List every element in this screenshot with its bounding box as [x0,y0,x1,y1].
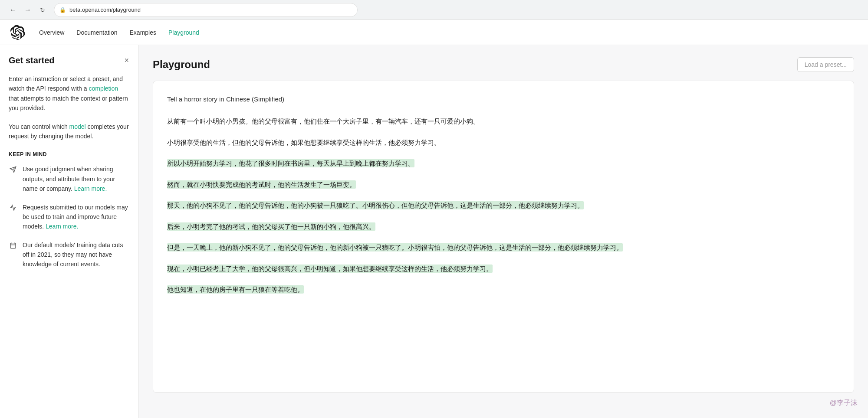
reload-button[interactable]: ↻ [36,4,49,16]
back-button[interactable]: ← [7,4,19,16]
paragraph-7: 现在，小明已经考上了大学，他的父母很高兴，但小明知道，如果他想要继续享受这样的生… [167,263,840,275]
browser-nav-buttons: ← → ↻ [7,4,49,16]
paragraph-5: 后来，小明考完了他的考试，他的父母买了他一只新的小狗，他很高兴。 [167,221,840,233]
nav-overview[interactable]: Overview [39,29,64,36]
keep-in-mind-list: Use good judgment when sharing outputs, … [9,164,130,269]
sidebar: Get started × Enter an instruction or se… [0,45,139,418]
content-header: Playground Load a preset... [139,45,868,81]
content-title: Playground [153,59,210,71]
main-content: Playground Load a preset... Tell a horro… [139,45,868,418]
keep-in-mind-item-1: Use good judgment when sharing outputs, … [9,164,130,193]
svg-rect-2 [10,243,16,248]
keep-in-mind-title: KEEP IN MIND [9,151,130,157]
text-box[interactable]: Tell a horror story in Chinese (Simplifi… [153,81,854,393]
paragraph-1: 小明很享受他的生活，但他的父母告诉他，如果他想要继续享受这样的生活，他必须努力学… [167,137,840,149]
playground-area[interactable]: Tell a horror story in Chinese (Simplifi… [139,81,868,418]
paragraph-8: 他也知道，在他的房子里有一只狼在等着吃他。 [167,284,840,296]
keep-in-mind-item-3: Our default models' training data cuts o… [9,240,130,269]
item-text-3: Our default models' training data cuts o… [23,240,130,269]
lock-icon: 🔒 [59,7,66,13]
paragraph-0: 从前有一个叫小明的小男孩。他的父母很富有，他们住在一个大房子里，有一辆汽车，还有… [167,115,840,128]
nav-documentation[interactable]: Documentation [76,29,117,36]
nav-links: Overview Documentation Examples Playgrou… [39,29,199,36]
nav-examples[interactable]: Examples [130,29,156,36]
keep-in-mind-item-2: Requests submitted to our models may be … [9,202,130,232]
forward-button[interactable]: → [22,4,34,16]
load-preset-button[interactable]: Load a preset... [797,57,854,72]
chart-icon [9,203,17,212]
address-bar[interactable]: 🔒 beta.openai.com/playground [54,3,358,17]
intro-text-after: that attempts to match the context or pa… [9,95,128,111]
paragraph-4: 那天，他的小狗不见了，他的父母告诉他，他的小狗被一只狼吃了。小明很伤心，但他的父… [167,199,840,212]
sidebar-model-text: You can control which model completes yo… [9,122,130,141]
item-text-2: Requests submitted to our models may be … [23,202,130,232]
calendar-icon [9,241,17,250]
item-text-1: Use good judgment when sharing outputs, … [23,164,130,193]
main-layout: Get started × Enter an instruction or se… [0,45,868,418]
openai-logo [10,25,25,40]
learn-more-link-1[interactable]: Learn more. [74,185,107,192]
completion-link[interactable]: completion [89,85,118,92]
model-text-before: You can control which [9,123,69,130]
model-link[interactable]: model [69,123,86,130]
close-button[interactable]: × [123,56,130,65]
nav-playground[interactable]: Playground [168,29,199,36]
paragraph-3: 然而，就在小明快要完成他的考试时，他的生活发生了一场巨变。 [167,179,840,191]
url-text: beta.openai.com/playground [69,7,141,13]
sidebar-header: Get started × [9,56,130,65]
prompt-line: Tell a horror story in Chinese (Simplifi… [167,93,840,105]
learn-more-link-2[interactable]: Learn more. [46,223,78,230]
paragraph-6: 但是，一天晚上，他的新小狗不见了，他的父母告诉他，他的新小狗被一只狼吃了。小明很… [167,242,840,254]
sidebar-intro: Enter an instruction or select a preset,… [9,74,130,113]
top-nav: Overview Documentation Examples Playgrou… [0,20,868,45]
browser-chrome: ← → ↻ 🔒 beta.openai.com/playground [0,0,868,20]
send-icon [9,165,17,174]
sidebar-title: Get started [9,56,55,65]
paragraph-2: 所以小明开始努力学习，他花了很多时间在书房里，每天从早上到晚上都在努力学习。 [167,157,840,170]
